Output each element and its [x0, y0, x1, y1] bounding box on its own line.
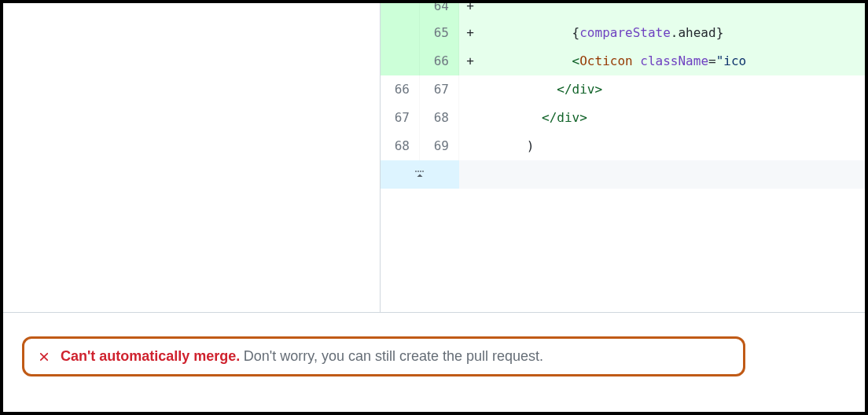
- diff-line[interactable]: 6869 ): [381, 132, 865, 160]
- svg-point-3: [422, 171, 424, 172]
- diff-line[interactable]: 64+: [381, 3, 865, 19]
- expand-hunk-button[interactable]: [381, 160, 865, 189]
- close-icon: [37, 350, 51, 364]
- line-number-new: 64: [420, 3, 459, 19]
- merge-status-subtitle: Don't worry, you can still create the pu…: [244, 348, 543, 364]
- line-number-new: 68: [420, 104, 459, 132]
- svg-point-1: [417, 171, 419, 172]
- line-number-new: 69: [420, 132, 459, 160]
- diff-marker: +: [459, 19, 481, 47]
- code-content: [481, 3, 865, 19]
- line-number-old: [381, 19, 420, 47]
- diff-marker: [459, 132, 481, 160]
- diff-panel: 64+65+ {compareState.ahead}66+ <Octicon …: [381, 3, 865, 312]
- code-content: {compareState.ahead}: [481, 19, 865, 47]
- code-content: <Octicon className="ico: [481, 47, 865, 75]
- merge-status-title: Can't automatically merge.: [61, 348, 240, 364]
- line-number-old: 66: [381, 75, 420, 104]
- diff-line[interactable]: 65+ {compareState.ahead}: [381, 19, 865, 47]
- code-content: ): [481, 132, 865, 160]
- line-number-new: 65: [420, 19, 459, 47]
- line-number-old: [381, 3, 420, 19]
- svg-point-2: [420, 171, 421, 172]
- diff-line[interactable]: 6667 </div>: [381, 75, 865, 104]
- diff-marker: +: [459, 3, 481, 19]
- line-number-new: 66: [420, 47, 459, 75]
- diff-marker: +: [459, 47, 481, 75]
- line-number-old: [381, 47, 420, 75]
- line-number-old: 68: [381, 132, 420, 160]
- svg-point-0: [415, 171, 417, 172]
- unfold-icon: [414, 168, 426, 181]
- merge-status-banner: Can't automatically merge. Don't worry, …: [22, 336, 745, 376]
- code-content: </div>: [481, 104, 865, 132]
- left-panel: [3, 3, 381, 312]
- diff-line[interactable]: 66+ <Octicon className="ico: [381, 47, 865, 75]
- diff-line[interactable]: 6768 </div>: [381, 104, 865, 132]
- line-number-new: 67: [420, 75, 459, 104]
- code-content: </div>: [481, 75, 865, 104]
- line-number-old: 67: [381, 104, 420, 132]
- diff-marker: [459, 75, 481, 104]
- diff-marker: [459, 104, 481, 132]
